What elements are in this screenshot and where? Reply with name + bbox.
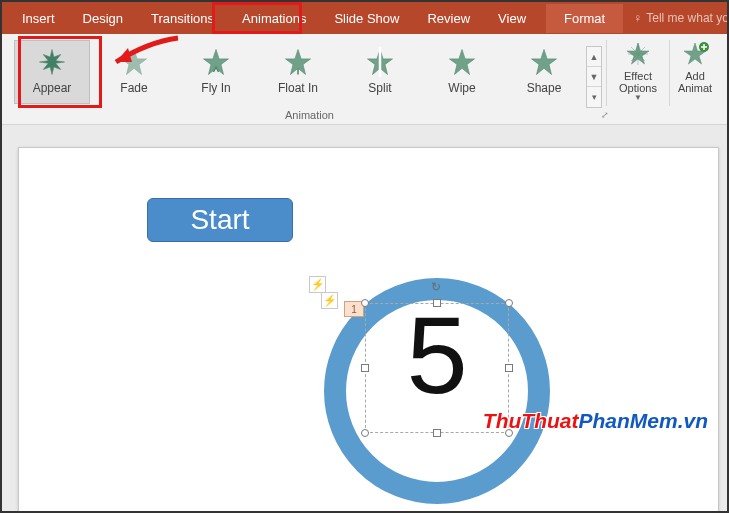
gallery-label: Split [368,81,391,95]
tell-me-placeholder: Tell me what you w [646,11,729,25]
watermark-text: ThuThuatPhanMem.vn [483,409,708,433]
gallery-item-fade[interactable]: Fade [96,40,172,104]
ribbon-body: Appear Fade Fly In Float In [2,34,727,125]
ribbon-group-label: Animation [2,107,617,124]
tab-transitions[interactable]: Transitions [137,4,228,33]
rotate-handle-icon[interactable]: ↻ [431,280,443,292]
tab-animations[interactable]: Animations [228,4,320,33]
effect-options-icon [622,40,654,68]
lightbulb-icon: ♀ [633,11,642,25]
resize-handle[interactable] [361,429,369,437]
svg-marker-6 [450,50,475,75]
gallery-item-wipe[interactable]: Wipe [424,40,500,104]
floatin-star-icon [283,47,313,77]
slide-canvas[interactable]: Start ⚡ ⚡ ↻ 1 5 ThuThuatPhanMem.vn [18,147,719,512]
svg-marker-2 [204,50,229,75]
tab-view[interactable]: View [484,4,540,33]
gallery-label: Shape [527,81,562,95]
tell-me-search[interactable]: ♀ Tell me what you w [623,11,729,25]
fade-star-icon [119,47,149,77]
tab-slide-show[interactable]: Slide Show [320,4,413,33]
resize-handle[interactable] [433,429,441,437]
animation-trigger-icon[interactable]: ⚡ [321,292,338,309]
chevron-down-icon: ▼ [634,94,642,103]
start-label: Start [190,204,249,236]
add-animation-button[interactable]: Add Animat [670,34,720,124]
countdown-number: 5 [366,300,508,410]
gallery-item-flyin[interactable]: Fly In [178,40,254,104]
svg-marker-7 [532,50,557,75]
appear-star-icon [37,47,67,77]
gallery-more-button[interactable]: ▾ [587,87,601,107]
dialog-launcher-icon[interactable]: ⤢ [601,110,613,122]
slide-workspace: Start ⚡ ⚡ ↻ 1 5 ThuThuatPhanMem.vn [2,125,727,511]
svg-marker-1 [122,50,147,75]
flyin-star-icon [201,47,231,77]
gallery-label: Wipe [448,81,475,95]
ribbon-tabstrip: Insert Design Transitions Animations Sli… [2,2,727,34]
wipe-star-icon [447,47,477,77]
effect-options-label: Effect Options [619,70,657,94]
tab-insert[interactable]: Insert [8,4,69,33]
gallery-item-floatin[interactable]: Float In [260,40,336,104]
tab-format[interactable]: Format [546,4,623,33]
shape-star-icon [529,47,559,77]
start-shape[interactable]: Start [147,198,293,242]
gallery-scroll-down[interactable]: ▼ [587,67,601,87]
tab-review[interactable]: Review [413,4,484,33]
gallery-item-shape[interactable]: Shape [506,40,582,104]
gallery-scroll-buttons: ▲ ▼ ▾ [586,46,602,108]
gallery-label: Fade [120,81,147,95]
gallery-label: Float In [278,81,318,95]
split-star-icon [365,47,395,77]
svg-marker-0 [40,50,65,75]
gallery-item-appear[interactable]: Appear [14,40,90,104]
gallery-item-split[interactable]: Split [342,40,418,104]
gallery-scroll-up[interactable]: ▲ [587,47,601,67]
tab-design[interactable]: Design [69,4,137,33]
add-animation-icon [679,40,711,68]
gallery-label: Fly In [201,81,230,95]
add-animation-label: Add Animat [678,70,712,94]
gallery-label: Appear [33,81,72,95]
animation-trigger-icon[interactable]: ⚡ [309,276,326,293]
